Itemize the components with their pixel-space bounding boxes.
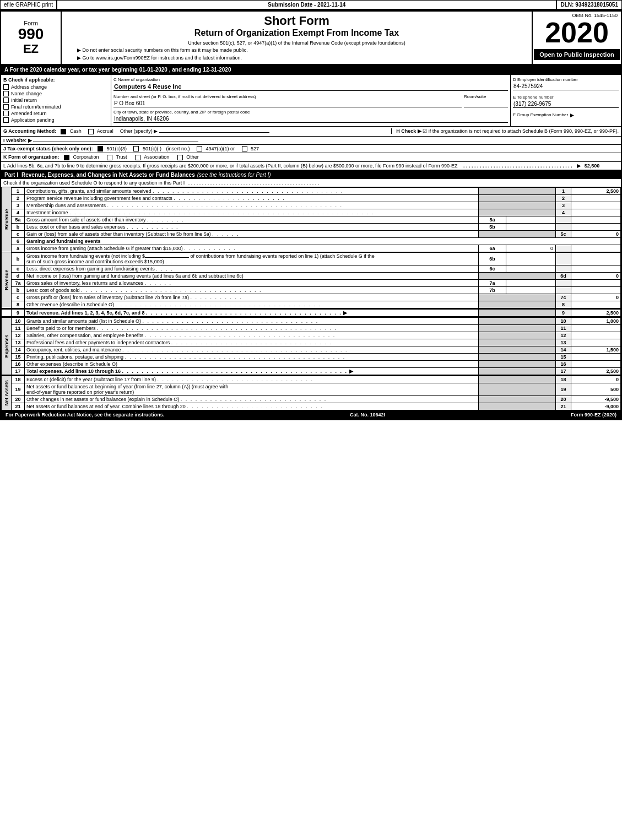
row-lineno-15: 15 [556, 353, 571, 360]
g-cash-container: Cash [61, 128, 82, 134]
row-val-2 [571, 194, 621, 202]
i-website-value[interactable] [33, 142, 198, 142]
row-desc-18: Excess or (deficit) for the year (Subtra… [25, 376, 479, 383]
initial-return-checkbox[interactable] [3, 97, 9, 103]
row-num-12: 12 [12, 332, 25, 339]
table-row: 19 Net assets or fund balances at beginn… [2, 383, 621, 395]
final-return-checkbox[interactable] [3, 104, 9, 110]
row-lineno-21: 21 [556, 403, 571, 410]
row-desc-5b: Less: cost or other basis and sales expe… [25, 223, 479, 230]
row-lineno-1: 1 [556, 187, 571, 194]
row-lineno-12: 12 [556, 332, 571, 339]
table-row: 21 Net assets or fund balances at end of… [2, 403, 621, 410]
k-trust-checkbox[interactable] [107, 155, 112, 160]
table-row: Revenue b Gross income from fundraising … [2, 252, 621, 265]
row-lineno-2: 2 [556, 194, 571, 202]
row-val-15 [571, 353, 621, 360]
l-amount: $2,500 [585, 163, 600, 169]
g-other-container: Other (specify) ▶ [120, 128, 269, 134]
checkbox-address-change: Address change [3, 84, 109, 90]
l-section: L Add lines 5b, 6c, and 7b to line 9 to … [1, 162, 621, 171]
address-change-label: Address change [11, 84, 47, 90]
row-num-11: 11 [12, 324, 25, 332]
amended-return-checkbox[interactable] [3, 111, 9, 116]
row-lineno-16: 16 [556, 360, 571, 367]
form-title-sub: Return of Organization Exempt From Incom… [66, 28, 527, 38]
k-assoc-checkbox[interactable] [135, 155, 140, 160]
row-val-1: 2,500 [571, 187, 621, 194]
k-other-checkbox[interactable] [177, 155, 183, 160]
fundraising-amount[interactable] [145, 257, 189, 258]
row-sublineno-7a: 7a [479, 279, 506, 286]
c-section: C Name of organization Computers 4 Reuse… [111, 75, 511, 126]
table-row: 11 Benefits paid to or for members . . .… [2, 324, 621, 332]
row-lineno-20: 20 [556, 395, 571, 403]
table-row: 5a Gross amount from sale of assets othe… [2, 216, 621, 223]
row-lineno-6d: 6d [556, 272, 571, 279]
g-accrual-checkbox[interactable] [88, 129, 94, 134]
h-text: ☑ if the organization is not required to… [423, 128, 619, 134]
j-527-label: 527 [251, 146, 259, 151]
row-num-6b: b [12, 252, 25, 265]
j-501c3-checkbox[interactable] [98, 146, 103, 151]
j-4947-checkbox[interactable] [197, 146, 202, 151]
j-insert-label: (insert no.) [166, 146, 190, 151]
table-row: 13 Professional fees and other payments … [2, 339, 621, 346]
j-501c-checkbox[interactable] [133, 146, 139, 151]
checkbox-amended-return: Amended return [3, 111, 109, 116]
row-val-8 [571, 301, 621, 308]
address-change-checkbox[interactable] [3, 84, 9, 90]
expenses-table: Expenses 10 Grants and similar amounts p… [1, 317, 621, 375]
k-section: K Form of organization: Corporation Trus… [1, 153, 621, 162]
row-desc-9: Total revenue. Add lines 1, 2, 3, 4, 5c,… [25, 309, 479, 317]
row-desc-6d: Net income or (loss) from gaming and fun… [25, 272, 479, 279]
j-501c-label: 501(c)( ) [143, 146, 161, 151]
application-pending-checkbox[interactable] [3, 117, 9, 123]
row-val-4 [571, 209, 621, 216]
l-text: L Add lines 5b, 6c, and 7b to line 9 to … [3, 163, 458, 169]
j-501c3-label: 501(c)(3) [106, 146, 127, 151]
row-num-19: 19 [12, 383, 25, 395]
row-num-6: 6 [12, 237, 25, 245]
row-desc-3: Membership dues and assessments . . . . … [25, 202, 479, 209]
form-header-right: OMB No. 1545-1150 2020 Open to Public In… [533, 12, 621, 64]
room-label: Room/suite [464, 94, 508, 99]
room-value [464, 100, 508, 107]
form-title-section: Short Form Return of Organization Exempt… [62, 12, 533, 64]
k-corp-container: Corporation [64, 154, 100, 160]
row-desc-6c: Less: direct expenses from gaming and fu… [25, 265, 479, 272]
row-num-20: 20 [12, 395, 25, 403]
k-other-label: Other [186, 154, 199, 160]
row-desc-11: Benefits paid to or for members . . . . … [25, 324, 479, 332]
row-num-1: 1 [12, 187, 25, 194]
footer-bar: For Paperwork Reduction Act Notice, see … [1, 410, 621, 419]
part1-title: Revenue, Expenses, and Changes in Net As… [21, 172, 195, 178]
g-other-value[interactable] [159, 132, 269, 133]
j-527-checkbox[interactable] [242, 146, 247, 151]
name-change-checkbox[interactable] [3, 91, 9, 96]
row-val-18: 0 [571, 376, 621, 383]
row-desc-6b: Gross income from fundraising events (no… [25, 252, 479, 265]
l-arrow: ▶ [577, 163, 581, 169]
row-val-12 [571, 332, 621, 339]
c-label: C Name of organization [113, 77, 508, 82]
row-num-8: 8 [12, 301, 25, 308]
row-desc-5c: Gain or (loss) from sale of assets other… [25, 230, 479, 237]
row-val-17: 2,500 [571, 367, 621, 375]
part1-label: Part I [4, 172, 18, 178]
k-corp-checkbox[interactable] [64, 155, 69, 160]
row-val-21: -9,000 [571, 403, 621, 410]
final-return-label: Final return/terminated [11, 104, 61, 110]
net-assets-side-label: Net Assets [2, 376, 12, 410]
table-row: 2 Program service revenue including gove… [2, 194, 621, 202]
table-row: b Less: cost of goods sold . . . . . . .… [2, 286, 621, 294]
form-subtitle: Under section 501(c), 527, or 4947(a)(1)… [66, 40, 527, 46]
row-desc-14: Occupancy, rent, utilities, and maintena… [25, 346, 479, 353]
row-num-7c: c [12, 294, 25, 301]
row-num-6c: c [12, 265, 25, 272]
row-val-3 [571, 202, 621, 209]
g-cash-checkbox[interactable] [61, 129, 66, 134]
ein-value: 84-2575924 [513, 83, 619, 90]
row-num-10: 10 [12, 317, 25, 325]
row-val-20: -9,500 [571, 395, 621, 403]
